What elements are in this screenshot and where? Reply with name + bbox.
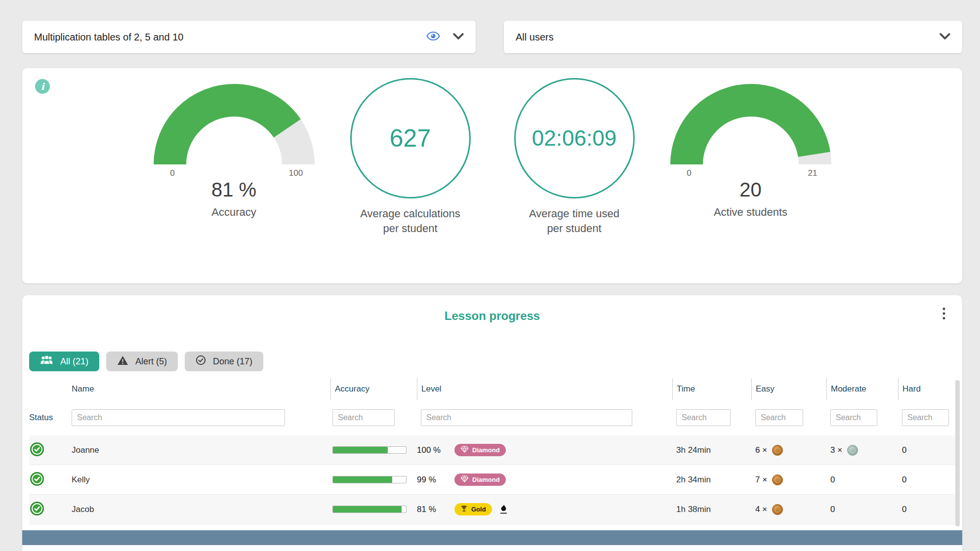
easy-count: 4 × [755,505,767,514]
time-value: 2h 34min [676,475,711,484]
accuracy-search-input[interactable] [332,409,395,426]
filter-label: Alert (5) [135,356,167,367]
chevron-down-icon[interactable] [939,33,950,41]
easy-count: 6 × [755,445,767,455]
accuracy-value: 100 % [417,445,449,455]
table-header-row: Name Accuracy Level Time Easy Moderate H… [29,378,955,400]
table-body: Joanne 100 % Diamond 3h 24min 6 × [29,435,955,524]
column-header-level[interactable]: Level [417,378,672,400]
accuracy-value: 81 % [211,179,256,201]
column-header-moderate[interactable]: Moderate [826,378,898,400]
time-value: 1h 38min [676,505,711,514]
trophy-icon [460,505,468,513]
filter-alert-button[interactable]: Alert (5) [106,352,178,371]
status-filter-group: All (21) Alert (5) Done (17) [22,352,962,371]
flame-icon [500,505,507,514]
gauge-max-label: 100 [288,168,302,178]
gauge-min-label: 0 [170,168,174,178]
gauge-chart: 0 100 [153,84,316,178]
done-status-icon [30,502,44,517]
table-footer-strip [22,530,962,545]
accuracy-gauge: 0 100 81 % Accuracy [153,84,316,219]
progress-bar [332,506,407,513]
done-check-icon [196,355,206,368]
chevron-down-icon[interactable] [453,33,464,41]
table-row[interactable]: Kelly 99 % Diamond 2h 34min 7 × [29,465,955,495]
level-badge-label: Diamond [472,446,500,454]
accuracy-value: 99 % [417,475,449,485]
users-dropdown[interactable]: All users [504,21,962,53]
moderate-count: 0 [830,505,835,514]
bronze-medal [772,474,783,485]
summary-stats-card: i 0 100 81 % Accuracy 627 Average calcul… [22,68,962,283]
progress-bar-fill [333,447,388,453]
eye-icon[interactable] [426,31,440,43]
student-name: Joanne [72,445,99,455]
avg-calculations-stat: 627 Average calculations per student [341,78,480,236]
progress-bar-fill [333,506,402,512]
table-row[interactable]: Jacob 81 % Gold 1h 38min 4 × [29,495,955,524]
table-scrollbar[interactable] [955,380,960,526]
progress-bar-fill [333,476,392,483]
moderate-count: 3 × [830,445,842,455]
bronze-medal [772,445,783,456]
hard-search-input[interactable] [902,409,949,426]
done-status-icon [30,472,44,488]
lesson-dropdown-value: Multiplication tables of 2, 5 and 10 [34,32,426,43]
table-search-row: Status [29,400,955,435]
easy-search-input[interactable] [755,409,803,426]
moderate-search-input[interactable] [830,409,877,426]
warning-icon [117,355,128,368]
column-header-hard[interactable]: Hard [898,378,955,400]
level-badge: Gold [454,503,492,515]
lesson-progress-card: Lesson progress All (21) Alert (5) Done … [22,295,962,551]
bronze-medal [772,504,783,515]
table-row[interactable]: Joanne 100 % Diamond 3h 24min 6 × [29,435,955,465]
avg-time-value: 02:06:09 [532,126,616,151]
accuracy-value: 81 % [417,505,449,514]
diamond-icon [460,475,469,484]
column-header-status: Status [29,413,70,423]
level-badge: Diamond [454,473,506,486]
gauge-max-label: 21 [808,168,817,178]
column-header-accuracy[interactable]: Accuracy [330,378,417,400]
lesson-progress-title: Lesson progress [22,309,962,324]
level-badge: Diamond [454,444,506,456]
accuracy-caption: Accuracy [211,206,256,219]
level-badge-label: Gold [471,506,486,513]
avg-time-stat: 02:06:09 Average time used per student [505,78,644,236]
active-students-caption: Active students [714,206,787,219]
filter-label: Done (17) [213,356,252,367]
name-search-input[interactable] [72,409,285,426]
info-icon[interactable]: i [35,79,50,94]
column-header-status-spacer [29,378,70,400]
top-filter-bar: Multiplication tables of 2, 5 and 10 All… [0,0,980,53]
filter-label: All (21) [60,356,88,367]
hard-count: 0 [902,445,906,455]
silver-medal [847,445,858,456]
level-search-input[interactable] [421,409,632,426]
column-header-name[interactable]: Name [70,378,330,400]
level-badge-label: Diamond [472,476,500,483]
filter-done-button[interactable]: Done (17) [185,352,263,371]
group-icon [40,355,53,368]
moderate-count: 0 [830,475,835,485]
stat-circle: 02:06:09 [514,78,635,198]
lesson-progress-table: Name Accuracy Level Time Easy Moderate H… [22,378,962,524]
users-dropdown-value: All users [516,32,939,43]
progress-bar [332,446,407,454]
time-search-input[interactable] [676,409,731,426]
filter-all-button[interactable]: All (21) [29,352,99,371]
avg-calculations-caption: Average calculations per student [360,206,460,236]
hard-count: 0 [902,505,906,514]
column-header-easy[interactable]: Easy [751,378,826,400]
student-name: Jacob [72,505,94,514]
progress-bar [332,476,407,483]
time-value: 3h 24min [676,445,711,455]
hard-count: 0 [902,475,906,485]
lesson-dropdown[interactable]: Multiplication tables of 2, 5 and 10 [22,21,476,53]
column-header-time[interactable]: Time [672,378,751,400]
kebab-menu-icon[interactable] [939,305,948,324]
active-students-value: 20 [739,179,762,201]
easy-count: 7 × [755,475,767,485]
